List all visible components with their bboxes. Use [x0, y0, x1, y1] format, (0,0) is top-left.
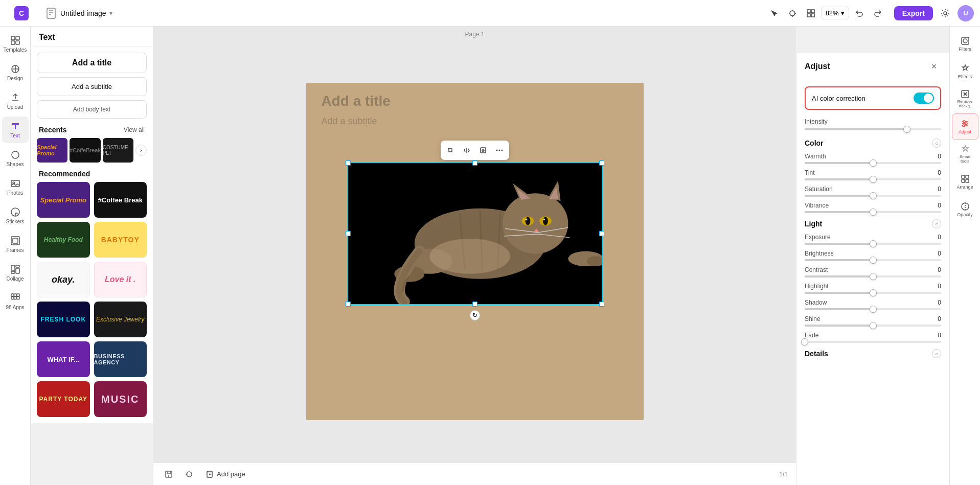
- rec-music[interactable]: MUSIC: [94, 381, 147, 417]
- right-nav-remove-bg[interactable]: Removebackg.: [952, 86, 978, 112]
- export-button[interactable]: Export: [894, 6, 933, 20]
- highlight-slider[interactable]: [805, 292, 941, 294]
- fade-slider[interactable]: [805, 341, 941, 343]
- fade-thumb[interactable]: [801, 338, 808, 345]
- rec-special-promo[interactable]: Special Promo: [37, 182, 90, 218]
- ai-correction-toggle[interactable]: [914, 93, 934, 104]
- text-icon: [10, 121, 20, 131]
- tint-slider[interactable]: [805, 178, 941, 180]
- right-nav-opacity[interactable]: Opacity: [952, 196, 978, 223]
- add-title-button[interactable]: Add a title: [37, 53, 147, 73]
- document-name[interactable]: Untitled image: [60, 9, 106, 17]
- restore-button[interactable]: [182, 467, 196, 481]
- right-nav-adjust[interactable]: Adjust: [952, 113, 978, 140]
- user-avatar[interactable]: U: [958, 5, 974, 21]
- add-title-placeholder[interactable]: Add a title: [322, 93, 391, 109]
- view-all-link[interactable]: View all: [124, 126, 145, 133]
- warmth-slider[interactable]: [805, 162, 941, 164]
- handle-top-middle[interactable]: [472, 160, 477, 166]
- handle-bottom-left[interactable]: [346, 302, 351, 307]
- saturation-slider[interactable]: [805, 195, 941, 197]
- vibrance-thumb[interactable]: [870, 209, 877, 216]
- sidebar-item-stickers[interactable]: Stickers: [2, 202, 29, 229]
- handle-top-left[interactable]: [346, 160, 351, 166]
- right-nav-arrange[interactable]: Arrange: [952, 169, 978, 195]
- settings-button[interactable]: [937, 5, 953, 21]
- canvas[interactable]: Add a title Add a subtitle: [306, 83, 644, 420]
- add-page-button[interactable]: Add page: [202, 468, 249, 480]
- crop-button[interactable]: [443, 143, 458, 158]
- recent-item-2[interactable]: #CoffeBreak: [70, 138, 100, 163]
- handle-middle-right[interactable]: [599, 231, 604, 236]
- canvas-image-element[interactable]: ↻: [347, 162, 603, 305]
- recent-item-3[interactable]: COSTUME PEI: [103, 138, 133, 163]
- undo-button[interactable]: [851, 5, 868, 21]
- recents-next-button[interactable]: ›: [135, 145, 147, 156]
- handle-bottom-right[interactable]: [599, 302, 604, 307]
- handle-middle-left[interactable]: [346, 231, 351, 236]
- vibrance-slider[interactable]: [805, 211, 941, 213]
- sidebar-item-text[interactable]: Text: [2, 117, 29, 143]
- exposure-thumb[interactable]: [870, 240, 877, 247]
- add-subtitle-placeholder[interactable]: Add a subtitle: [322, 116, 377, 127]
- intensity-thumb[interactable]: [903, 126, 910, 133]
- light-expand-button[interactable]: ○: [932, 219, 941, 228]
- details-expand-button[interactable]: ○: [932, 349, 941, 358]
- rec-babytoy[interactable]: BABYTOY: [94, 222, 147, 258]
- sidebar-item-frames[interactable]: Frames: [2, 231, 29, 258]
- shadow-thumb[interactable]: [870, 306, 877, 313]
- sidebar-item-upload[interactable]: Upload: [2, 88, 29, 114]
- contrast-slider[interactable]: [805, 275, 941, 278]
- color-expand-button[interactable]: ○: [932, 138, 941, 148]
- rec-what-if[interactable]: WHAT IF...: [37, 341, 90, 377]
- saturation-thumb[interactable]: [870, 192, 877, 199]
- sidebar-item-collage[interactable]: Collage: [2, 260, 29, 286]
- flip-button[interactable]: [459, 143, 474, 158]
- more-options-button[interactable]: [492, 143, 507, 158]
- canva-logo[interactable]: C: [14, 6, 29, 20]
- sidebar-item-photos[interactable]: Photos: [2, 174, 29, 200]
- rec-coffee-break[interactable]: #Coffee Break: [94, 182, 147, 218]
- sidebar-item-shapes[interactable]: Shapes: [2, 145, 29, 172]
- sidebar-item-templates[interactable]: Templates: [2, 31, 29, 57]
- shine-slider[interactable]: [805, 325, 941, 327]
- rec-party-today[interactable]: PARTY TODAY: [37, 381, 90, 417]
- vibrance-label: Vibrance: [805, 202, 829, 209]
- rec-exclusive-jewelry[interactable]: Exclusive Jewelry: [94, 302, 147, 337]
- shadow-slider[interactable]: [805, 308, 941, 310]
- highlight-thumb[interactable]: [870, 289, 877, 296]
- pointer-tool-button[interactable]: [766, 5, 782, 21]
- adjust-close-button[interactable]: ×: [927, 59, 941, 74]
- brightness-thumb[interactable]: [870, 257, 877, 264]
- contrast-thumb[interactable]: [870, 273, 877, 280]
- rec-okay[interactable]: okay.: [37, 262, 90, 297]
- handle-top-right[interactable]: [599, 160, 604, 166]
- sidebar-item-design[interactable]: Design: [2, 59, 29, 86]
- intensity-slider[interactable]: [805, 128, 941, 130]
- filter-button[interactable]: [475, 143, 491, 158]
- shine-thumb[interactable]: [870, 322, 877, 329]
- add-subtitle-button[interactable]: Add a subtitle: [37, 77, 147, 96]
- warmth-thumb[interactable]: [870, 159, 877, 167]
- right-nav-effects[interactable]: Effects: [952, 58, 978, 85]
- right-nav-smart-tools[interactable]: Smarttools: [952, 141, 978, 168]
- save-state-button[interactable]: [162, 467, 176, 481]
- rec-fresh-look[interactable]: FRESH LOOK: [37, 302, 90, 337]
- redo-button[interactable]: [870, 5, 886, 21]
- add-body-button[interactable]: Add body text: [37, 100, 147, 119]
- zoom-control[interactable]: 82% ▾: [821, 7, 849, 19]
- rec-business-agency[interactable]: BUSINESS AGENCY: [94, 341, 147, 377]
- right-nav-filters[interactable]: Filters: [952, 31, 978, 57]
- brightness-slider[interactable]: [805, 259, 941, 261]
- tint-thumb[interactable]: [870, 176, 877, 183]
- layout-button[interactable]: [803, 5, 819, 21]
- recent-item-1[interactable]: Special Promo: [37, 138, 67, 163]
- rec-healthy-food[interactable]: Healthy Food: [37, 222, 90, 258]
- rotate-handle[interactable]: ↻: [470, 310, 480, 320]
- handle-bottom-middle[interactable]: [472, 302, 477, 307]
- sidebar-item-apps[interactable]: 98 Apps: [2, 288, 29, 315]
- exposure-slider[interactable]: [805, 243, 941, 245]
- rec-love-it[interactable]: Love it .: [94, 262, 147, 297]
- document-chevron-icon[interactable]: ▾: [109, 10, 112, 17]
- magic-tool-button[interactable]: [784, 5, 801, 21]
